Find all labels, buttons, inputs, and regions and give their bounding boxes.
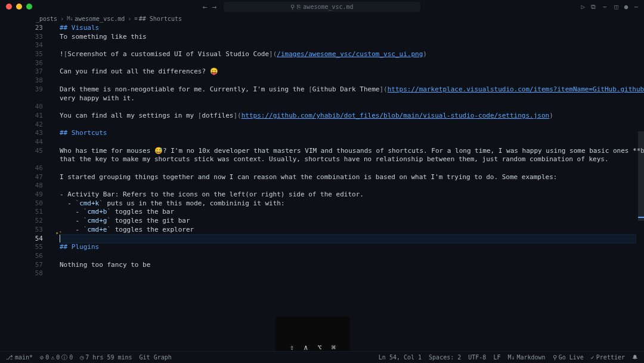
close-window-button[interactable] — [6, 4, 12, 10]
line-number: 56 — [0, 252, 43, 261]
line-number: 54 — [0, 235, 43, 244]
status-eol[interactable]: LF — [493, 354, 500, 361]
code-lines[interactable]: ## VisualsTo something like this![Screen… — [60, 24, 636, 278]
code-line[interactable]: You can find all my settings in my [dotf… — [60, 112, 636, 121]
more-icon[interactable]: ⋯ — [634, 3, 638, 11]
line-number: 43 — [0, 129, 43, 138]
split-icon[interactable]: ◫ — [614, 3, 618, 11]
line-number: 38 — [0, 76, 43, 85]
command-key-icon: ⌘ — [332, 343, 336, 352]
code-line[interactable]: ![Screenshot of a customised UI of Visua… — [60, 50, 636, 59]
breadcrumb-outline[interactable]: ## Shortcuts — [139, 16, 182, 22]
statusbar: ⎇ main* ⊘0 ⚠0 ⓘ0 ◷ 7 hrs 59 mins Git Gra… — [0, 351, 644, 363]
code-line[interactable] — [60, 103, 636, 112]
title-actions: ▷ ⧉ ⫟ ◫ ● ⋯ — [581, 3, 639, 11]
status-golive[interactable]: ⚲ Go Live — [553, 354, 584, 361]
status-gitgraph[interactable]: Git Graph — [140, 354, 172, 361]
maximize-window-button[interactable] — [26, 4, 32, 10]
line-number: 42 — [0, 121, 43, 130]
line-number: 37 — [0, 67, 43, 76]
code-line[interactable]: - `cmd+e` toggles the explorer — [60, 226, 636, 235]
line-number: 51 — [0, 208, 43, 217]
status-prettier[interactable]: ✓ Prettier — [591, 354, 625, 361]
chevron-right-icon: › — [60, 16, 64, 22]
code-line[interactable] — [60, 252, 636, 261]
line-number: 50 — [0, 199, 43, 208]
code-line[interactable] — [60, 121, 636, 130]
warning-icon: ⚠ — [51, 354, 54, 361]
breadcrumb-file[interactable]: awesome_vsc.md — [75, 16, 125, 22]
check-icon: ✓ — [591, 354, 595, 361]
code-line[interactable]: - `cmd+b` toggles the bar — [60, 208, 636, 217]
status-wakatime[interactable]: ◷ 7 hrs 59 mins — [80, 354, 132, 361]
preview-icon[interactable]: ⫟ — [602, 3, 608, 11]
window-controls — [6, 4, 32, 10]
minimize-window-button[interactable] — [16, 4, 22, 10]
code-line[interactable] — [60, 76, 636, 85]
code-line[interactable]: Who has time for mouses 😅? I'm no 10x de… — [60, 147, 636, 156]
status-cursor-position[interactable]: Ln 54, Col 1 — [379, 354, 422, 361]
run-icon[interactable]: ▷ — [581, 3, 586, 11]
code-line[interactable]: ## Plugins — [60, 243, 636, 252]
code-line[interactable]: ## Shortcuts — [60, 129, 636, 138]
line-number: 46 — [0, 164, 43, 173]
copilot-sparkle-icon[interactable]: ✦⁺ — [55, 230, 62, 236]
code-line[interactable]: Can you find out all the differences? 😛 — [60, 67, 636, 76]
code-line[interactable]: that the key to make my shortcuts stick … — [60, 155, 636, 164]
code-line[interactable]: very happy with it. — [60, 94, 636, 103]
nav-back-button[interactable]: ← — [203, 2, 208, 11]
line-number: 41 — [0, 112, 43, 121]
line-number: 57 — [0, 261, 43, 270]
line-number: 58 — [0, 269, 43, 278]
option-key-icon: ⌥ — [318, 343, 322, 352]
status-language[interactable]: M↓ Markdown — [507, 354, 545, 361]
line-number: 52 — [0, 217, 43, 226]
control-key-icon: ∧ — [304, 343, 308, 352]
editor[interactable]: 2333343536373839404142434445464748495051… — [0, 24, 644, 352]
status-problems[interactable]: ⊘0 ⚠0 ⓘ0 — [40, 353, 73, 362]
bell-icon: 🔔︎ — [632, 354, 638, 361]
code-line[interactable] — [60, 269, 636, 278]
markdown-file-icon: M↓ — [67, 16, 73, 21]
file-icon: ⎘ — [297, 4, 301, 10]
code-line[interactable]: Dark theme is non-neogotiable for me. Cu… — [60, 85, 636, 94]
line-number: 49 — [0, 190, 43, 199]
search-icon: ⚲ — [290, 4, 295, 10]
line-number: 48 — [0, 182, 43, 190]
code-line[interactable]: - `cmd+g` toggles the git bar — [60, 217, 636, 226]
code-line[interactable] — [60, 138, 636, 147]
code-line[interactable] — [60, 59, 636, 68]
command-center[interactable]: ⚲ ⎘ awesome_vsc.md — [224, 2, 420, 12]
error-icon: ⊘ — [40, 354, 44, 361]
line-number: 34 — [0, 41, 43, 50]
nav-forward-button[interactable]: → — [212, 2, 217, 11]
line-number: 23 — [0, 24, 43, 33]
code-line[interactable] — [60, 164, 636, 173]
line-number: 44 — [0, 138, 43, 147]
breadcrumb-folder[interactable]: _posts — [36, 16, 57, 22]
code-line[interactable]: - Activity Bar: Refers to the icons on t… — [60, 190, 636, 199]
compare-icon[interactable]: ⧉ — [591, 3, 596, 11]
screencast-key-popup: ⇧ ∧ ⌥ ⌘ — [275, 316, 350, 352]
line-number: 53 — [0, 226, 43, 235]
line-number: 35 — [0, 50, 43, 59]
status-indentation[interactable]: Spaces: 2 — [429, 354, 461, 361]
status-notifications[interactable]: 🔔︎ — [632, 354, 638, 361]
code-line[interactable]: I started grouping things together and n… — [60, 173, 636, 182]
code-line[interactable]: To something like this — [60, 33, 636, 42]
code-line[interactable]: - `cmd+k` puts us in the this mode, comb… — [60, 199, 636, 208]
code-line[interactable] — [60, 41, 636, 50]
code-line[interactable] — [60, 235, 636, 244]
code-line[interactable]: Nothing too fancy to be — [60, 261, 636, 270]
scrollbar[interactable] — [638, 131, 644, 221]
clock-icon: ◷ — [80, 354, 83, 361]
overview-ruler-mark — [638, 217, 644, 218]
status-branch[interactable]: ⎇ main* — [6, 354, 33, 361]
breadcrumbs[interactable]: _posts › M↓ awesome_vsc.md › ≡ ## Shortc… — [0, 13, 644, 24]
chevron-right-icon: › — [128, 16, 131, 22]
line-number: 39 — [0, 85, 43, 94]
code-line[interactable] — [60, 182, 636, 190]
folded-heading: ## Visuals — [60, 24, 636, 33]
status-encoding[interactable]: UTF-8 — [468, 354, 486, 361]
branch-icon: ⎇ — [6, 354, 13, 361]
